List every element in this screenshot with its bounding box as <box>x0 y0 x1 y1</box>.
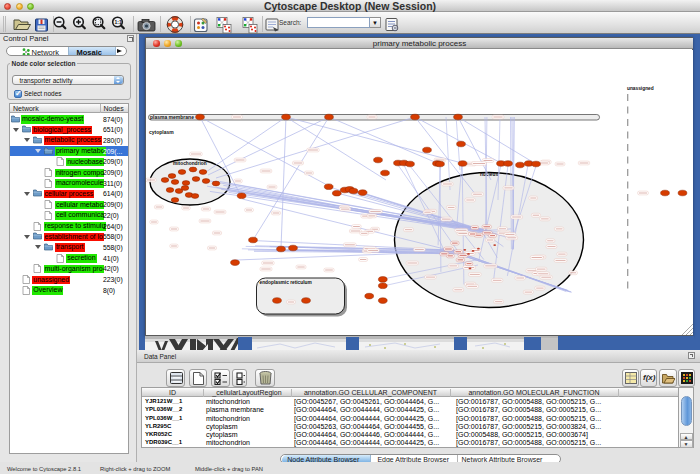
svg-text:cytoplasm: cytoplasm <box>149 129 174 135</box>
svg-text:plasma membrane: plasma membrane <box>150 114 194 120</box>
svg-text:unassigned: unassigned <box>627 85 654 90</box>
svg-text:1:1: 1:1 <box>115 19 122 25</box>
svg-text:nucleus: nucleus <box>480 171 498 176</box>
svg-text:mitochondrion: mitochondrion <box>173 160 207 165</box>
svg-text:endoplasmic reticulum: endoplasmic reticulum <box>260 279 312 284</box>
